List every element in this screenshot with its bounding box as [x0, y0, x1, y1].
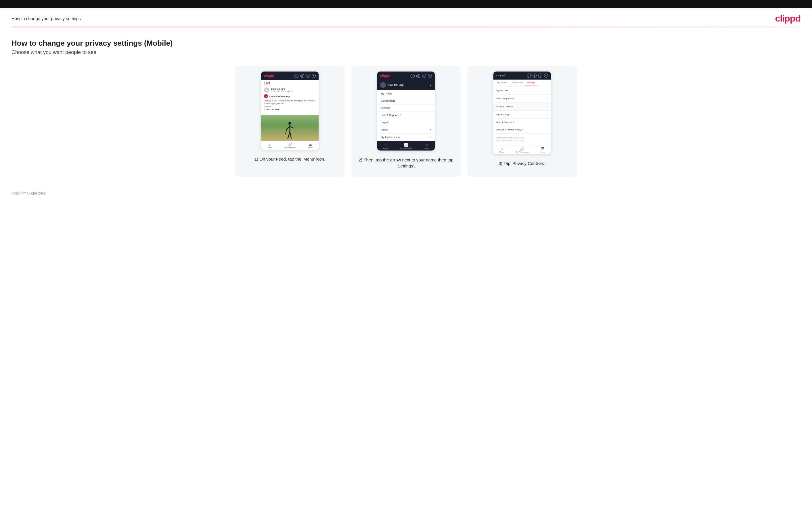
user-icon: 👤	[300, 74, 304, 78]
search-icon: ⌕	[295, 74, 299, 78]
step3-topbar: ‹ < Back ⌕ 👤 ⊙ ▾	[494, 71, 551, 79]
back-label: < Back	[498, 74, 506, 77]
menu-section-home-label: Home	[381, 128, 388, 131]
menu-item-logout[interactable]: Logout	[377, 119, 435, 126]
svg-line-4	[288, 132, 290, 138]
settings-item-my-golf-bag-label: My Golf Bag	[496, 113, 509, 116]
nav-home-2: ⌂ Home	[383, 143, 388, 149]
page-heading: How to change your privacy settings (Mob…	[11, 39, 801, 48]
settings-footer: Clippd Client Version: 2022.8.3-3 GQL Se…	[494, 133, 551, 145]
menu-item-connections[interactable]: Connections	[377, 97, 435, 105]
step1-topbar: clippd ⌕ 👤 ⊙ ▾	[261, 71, 318, 80]
golfer-silhouette	[285, 121, 295, 141]
step-3-phone: ‹ < Back ⌕ 👤 ⊙ ▾ My Profile Connections …	[494, 71, 551, 154]
menu-item-connections-label: Connections	[381, 99, 395, 102]
settings-item-help-support[interactable]: Help & Support ↗	[494, 119, 551, 126]
settings-icon: ⊙	[306, 74, 310, 78]
step1-icons: ⌕ 👤 ⊙ ▾	[295, 74, 316, 78]
feed-user-sub: Yesterday · Sunningdale	[271, 90, 293, 92]
menu-user-name: Blair McHarg	[388, 83, 404, 87]
step2-bottom-nav: ⌂ Home 📈 My Performance ✕ Menu	[377, 141, 435, 151]
settings-item-my-account[interactable]: My Account ›	[494, 87, 551, 95]
menu-section-performance[interactable]: My Performance ▾	[377, 133, 435, 141]
chevron-down-icon: ▾	[312, 74, 316, 78]
settings-item-my-account-label: My Account	[496, 89, 508, 92]
menu-avatar	[380, 82, 386, 88]
tab-connections[interactable]: Connections	[509, 79, 525, 86]
svg-line-2	[287, 126, 290, 129]
feed-tab: Feed	[261, 80, 318, 85]
feed-user-info: Blair McHarg Yesterday · Sunningdale	[271, 88, 293, 92]
steps-row: clippd ⌕ 👤 ⊙ ▾ Feed BM	[11, 66, 801, 177]
chart-icon: 📈	[404, 143, 408, 147]
lesson-icon: ♟	[264, 94, 268, 98]
home-icon: ⌂	[268, 143, 270, 147]
nav-menu-label: Menu	[308, 147, 312, 149]
svg-line-3	[290, 126, 294, 128]
menu-item-help[interactable]: Help & Support ↗	[377, 112, 435, 119]
menu-item-logout-label: Logout	[381, 121, 389, 124]
step2-topbar: clippd ⌕ 👤 ⊙ ▾	[377, 71, 435, 80]
settings-list: My Account › Data Integrations › Privacy…	[494, 87, 551, 133]
nav-menu-3: ☰ Menu	[541, 147, 545, 153]
menu-item-my-profile[interactable]: My Profile	[377, 90, 435, 97]
footer: Copyright Clippd 2022	[0, 183, 812, 201]
menu-item-my-profile-label: My Profile	[381, 92, 392, 95]
search-icon: ⌕	[411, 74, 415, 78]
version-line2: GQL Server Version: 2022.7.30-1	[496, 139, 548, 142]
nav-performance-2: 📈 My Performance	[400, 143, 412, 149]
menu-item-help-label: Help & Support ↗	[381, 114, 401, 117]
feed-user-name: Blair McHarg	[271, 88, 293, 90]
settings-item-service-privacy[interactable]: Service & Privacy Policy ↗	[494, 126, 551, 133]
step2-logo: clippd	[380, 73, 390, 78]
menu-up-chevron-icon: ▲	[429, 83, 432, 87]
user-icon: 👤	[532, 73, 537, 77]
tab-my-profile[interactable]: My Profile	[495, 79, 509, 86]
step-2-card: clippd ⌕ 👤 ⊙ ▾ Blair McHarg ▲	[351, 66, 461, 177]
nav-menu: ☰ Menu	[308, 143, 312, 149]
step2-icons: ⌕ 👤 ⊙ ▾	[411, 74, 432, 78]
menu-icon: ☰	[309, 143, 312, 147]
nav-home-label-2: Home	[383, 147, 388, 149]
feed-duration-val: 01 hr : 30 min	[264, 108, 316, 111]
settings-item-privacy-controls-label: Privacy Controls	[496, 105, 513, 108]
page-subheading: Choose what you want people to see	[11, 49, 801, 55]
nav-menu-label-2: Menu	[424, 148, 429, 149]
home-icon: ⌂	[501, 147, 503, 151]
settings-item-my-golf-bag[interactable]: My Golf Bag ›	[494, 111, 551, 119]
step-2-phone: clippd ⌕ 👤 ⊙ ▾ Blair McHarg ▲	[377, 71, 435, 151]
svg-line-5	[290, 132, 291, 138]
nav-close-2[interactable]: ✕ Menu	[424, 143, 429, 149]
settings-icon: ⊙	[422, 74, 426, 78]
menu-item-settings-label: Settings	[381, 107, 390, 109]
back-button[interactable]: ‹ < Back	[496, 74, 506, 77]
step-3-caption: 3) Tap 'Privacy Controls'.	[499, 160, 546, 166]
settings-tabs: My Profile Connections Settings	[494, 79, 551, 87]
step-1-phone: clippd ⌕ 👤 ⊙ ▾ Feed BM	[261, 71, 318, 150]
menu-item-settings[interactable]: Settings	[377, 105, 435, 112]
settings-item-service-privacy-label: Service & Privacy Policy ↗	[496, 128, 523, 131]
menu-overlay: My Profile Connections Settings Help & S…	[377, 90, 435, 141]
chevron-down-icon: ▾	[430, 128, 431, 131]
menu-section-home[interactable]: Home ▾	[377, 126, 435, 133]
settings-item-privacy-controls[interactable]: Privacy Controls ›	[494, 103, 551, 111]
step3-icons: ⌕ 👤 ⊙ ▾	[527, 73, 548, 77]
close-icon: ✕	[425, 143, 428, 147]
step-1-card: clippd ⌕ 👤 ⊙ ▾ Feed BM	[235, 66, 345, 177]
menu-section-performance-label: My Performance	[381, 136, 400, 139]
menu-user-left: Blair McHarg	[380, 82, 404, 88]
nav-performance-label-3: My Performance	[516, 151, 528, 153]
settings-icon: ⊙	[538, 73, 542, 77]
chevron-right-icon: ›	[547, 89, 548, 92]
tab-settings[interactable]: Settings	[525, 79, 537, 86]
chevron-down-icon: ▾	[428, 74, 432, 78]
header-title: How to change your privacy settings	[11, 16, 81, 21]
user-icon: 👤	[416, 74, 420, 78]
settings-item-data-integrations[interactable]: Data Integrations ›	[494, 95, 551, 103]
step-1-caption: 1) On your Feed, tap the 'Menu' icon.	[254, 156, 325, 162]
version-line1: Clippd Client Version: 2022.8.3-3	[496, 136, 548, 139]
feed-tab-label: Feed	[264, 81, 270, 85]
chevron-down-icon: ▾	[430, 135, 431, 139]
step1-bottom-nav: ⌂ Home 📈 My Performance ☰ Menu	[261, 141, 318, 150]
nav-home: ⌂ Home	[267, 143, 272, 149]
